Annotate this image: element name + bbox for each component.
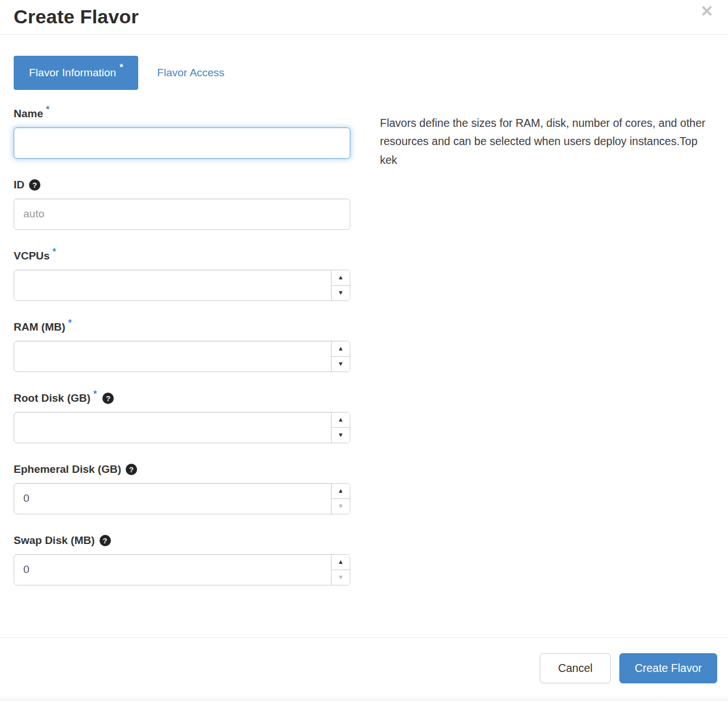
vcpus-stepper: ▲ ▼: [14, 270, 350, 301]
swap-disk-increment-button[interactable]: ▲: [332, 555, 350, 570]
ephemeral-disk-decrement-button[interactable]: ▼: [332, 499, 350, 514]
ram-increment-button[interactable]: ▲: [332, 341, 350, 357]
create-flavor-button[interactable]: Create Flavor: [619, 653, 717, 683]
tab-required-asterisk: *: [119, 63, 123, 75]
spin-down-icon: ▼: [338, 290, 344, 296]
spin-up-icon: ▲: [338, 488, 344, 494]
flavor-description-text: Flavors define the sizes for RAM, disk, …: [380, 114, 710, 170]
ram-decrement-button[interactable]: ▼: [332, 357, 350, 372]
page-title: Create Flavor: [14, 6, 139, 28]
form-fields-column: Name * ID ? VCPUs: [14, 107, 350, 605]
ephemeral-disk-spinner: ▲ ▼: [331, 484, 350, 514]
vcpus-decrement-button[interactable]: ▼: [332, 286, 350, 300]
ram-field-group: RAM (MB) * ▲ ▼: [14, 320, 350, 372]
help-icon[interactable]: ?: [102, 393, 114, 404]
required-asterisk: *: [46, 105, 49, 115]
create-flavor-modal: Create Flavor ✕ Flavor Information * Fla…: [0, 0, 728, 701]
swap-disk-input[interactable]: [14, 555, 331, 585]
root-disk-spinner: ▲ ▼: [331, 413, 350, 443]
root-disk-stepper: ▲ ▼: [14, 412, 350, 443]
close-icon: ✕: [700, 3, 713, 20]
ephemeral-disk-stepper: ▲ ▼: [14, 483, 350, 514]
name-field-group: Name *: [14, 107, 350, 159]
required-asterisk: *: [68, 318, 72, 328]
modal-body: Flavor Information * Flavor Access Name …: [0, 35, 728, 605]
vcpus-label: VCPUs *: [14, 249, 350, 263]
tab-flavor-information-label: Flavor Information: [29, 67, 116, 79]
modal-header: Create Flavor ✕: [0, 0, 728, 35]
id-input[interactable]: [14, 199, 350, 230]
root-disk-input[interactable]: [14, 413, 331, 443]
ephemeral-disk-increment-button[interactable]: ▲: [332, 484, 350, 499]
required-asterisk: *: [93, 389, 97, 399]
vcpus-increment-button[interactable]: ▲: [332, 270, 350, 286]
root-disk-increment-button[interactable]: ▲: [332, 413, 350, 428]
id-field-group: ID ?: [14, 178, 350, 230]
vcpus-field-group: VCPUs * ▲ ▼: [14, 249, 350, 301]
ephemeral-disk-input[interactable]: [14, 484, 331, 514]
swap-disk-stepper: ▲ ▼: [14, 554, 350, 585]
vcpus-spinner: ▲ ▼: [331, 270, 350, 300]
ram-input[interactable]: [14, 341, 331, 372]
ram-label: RAM (MB) *: [14, 320, 350, 335]
name-label: Name *: [14, 107, 350, 121]
spin-down-icon: ▼: [338, 361, 344, 367]
name-input[interactable]: [14, 127, 350, 159]
swap-disk-label: Swap Disk (MB) ?: [14, 534, 350, 548]
ram-spinner: ▲ ▼: [331, 341, 350, 372]
spin-up-icon: ▲: [338, 274, 344, 281]
spin-up-icon: ▲: [338, 417, 344, 423]
tab-bar: Flavor Information * Flavor Access: [14, 56, 714, 90]
help-icon[interactable]: ?: [126, 464, 137, 475]
modal-bottom-edge: [0, 695, 728, 701]
flavor-information-form: Name * ID ? VCPUs: [14, 107, 714, 605]
ram-stepper: ▲ ▼: [14, 341, 350, 372]
ephemeral-disk-field-group: Ephemeral Disk (GB) ? ▲ ▼: [14, 463, 350, 514]
cancel-button[interactable]: Cancel: [540, 653, 611, 683]
spin-down-icon: ▼: [338, 432, 344, 438]
tab-flavor-access[interactable]: Flavor Access: [157, 67, 224, 79]
swap-disk-spinner: ▲ ▼: [331, 555, 350, 585]
help-text-column: Flavors define the sizes for RAM, disk, …: [380, 114, 710, 170]
swap-disk-decrement-button[interactable]: ▼: [332, 570, 350, 585]
tab-flavor-information[interactable]: Flavor Information *: [14, 56, 138, 90]
root-disk-decrement-button[interactable]: ▼: [332, 428, 350, 443]
spin-down-icon: ▼: [338, 503, 344, 509]
vcpus-input[interactable]: [14, 270, 331, 300]
ephemeral-disk-label: Ephemeral Disk (GB) ?: [14, 463, 350, 477]
root-disk-field-group: Root Disk (GB) * ? ▲ ▼: [14, 391, 350, 443]
close-button[interactable]: ✕: [698, 2, 715, 22]
spin-up-icon: ▲: [338, 559, 344, 565]
swap-disk-field-group: Swap Disk (MB) ? ▲ ▼: [14, 534, 350, 585]
spin-up-icon: ▲: [338, 345, 344, 352]
id-label: ID ?: [14, 178, 350, 192]
tab-flavor-access-label: Flavor Access: [157, 67, 224, 79]
modal-footer: Cancel Create Flavor: [0, 637, 728, 683]
root-disk-label: Root Disk (GB) * ?: [14, 391, 350, 406]
help-icon[interactable]: ?: [29, 179, 40, 191]
required-asterisk: *: [52, 247, 56, 257]
spin-down-icon: ▼: [338, 574, 344, 580]
help-icon[interactable]: ?: [100, 535, 111, 546]
